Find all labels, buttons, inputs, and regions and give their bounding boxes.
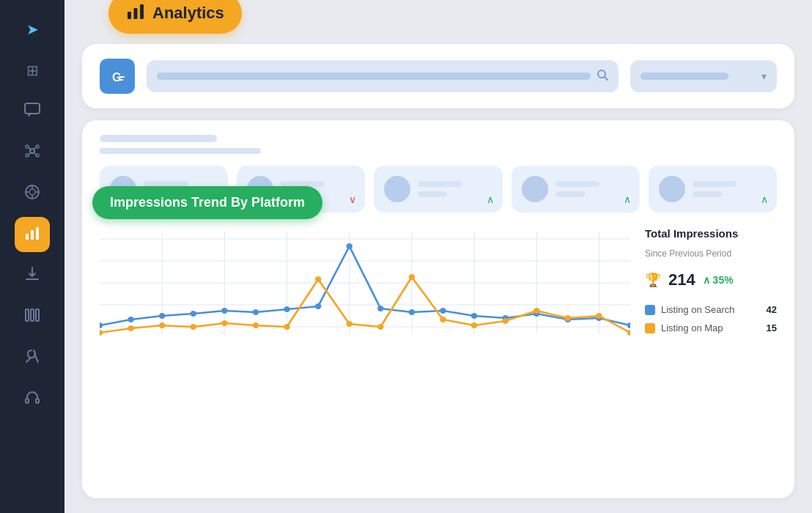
metric-lines-5	[693, 181, 767, 197]
listing-search-label: Listing on Search	[661, 304, 761, 315]
metric-line-5b	[693, 191, 722, 197]
metric-lines-4	[556, 181, 630, 197]
analytics-header-badge: Analytics	[108, 0, 242, 34]
sidebar-item-support[interactable]	[15, 176, 50, 211]
sidebar-item-headset[interactable]	[15, 381, 50, 416]
svg-point-65	[100, 330, 103, 336]
svg-point-11	[29, 189, 35, 195]
metric-line-5a	[693, 181, 737, 187]
svg-point-64	[627, 322, 630, 328]
sidebar-item-messages[interactable]	[15, 94, 50, 129]
sidebar-item-analytics[interactable]	[15, 217, 50, 252]
legend-listing-search: Listing on Search 42	[645, 304, 777, 315]
svg-point-57	[409, 309, 416, 315]
svg-line-8	[29, 152, 31, 155]
svg-point-72	[315, 276, 322, 282]
sidebar-item-connections[interactable]	[15, 135, 50, 170]
skeleton-line-2	[100, 148, 261, 154]
chart-title-badge: Impressions Trend By Platform	[92, 186, 322, 219]
svg-point-2	[26, 145, 29, 148]
svg-point-76	[440, 317, 446, 322]
svg-rect-31	[119, 79, 123, 81]
svg-line-33	[605, 77, 608, 80]
google-my-business-icon: G	[100, 59, 135, 94]
svg-point-51	[221, 308, 228, 314]
analytics-badge-label: Analytics	[152, 4, 224, 23]
tools-icon	[24, 348, 40, 368]
svg-point-49	[159, 313, 166, 319]
svg-point-55	[346, 243, 353, 249]
metric-line-4a	[556, 181, 599, 187]
dropdown-filter[interactable]: ▾	[630, 60, 777, 92]
svg-point-71	[284, 324, 290, 330]
sidebar: ➤ ⊞	[0, 0, 64, 513]
sidebar-item-tools[interactable]	[15, 340, 50, 375]
dropdown-placeholder	[641, 73, 728, 80]
svg-point-74	[377, 324, 384, 330]
svg-point-67	[159, 322, 166, 328]
legend-listing-map: Listing on Map 15	[645, 322, 777, 333]
search-placeholder	[157, 73, 591, 80]
svg-point-50	[191, 311, 197, 317]
chart-section: Impressions Trend By Platform	[100, 224, 777, 484]
svg-point-59	[471, 313, 478, 319]
navigation-icon: ➤	[26, 21, 39, 38]
svg-point-3	[36, 145, 39, 148]
listing-search-count: 42	[767, 304, 777, 315]
skeleton-line-1	[100, 135, 217, 142]
total-impressions-title: Total Impressions	[645, 227, 777, 240]
svg-point-79	[534, 308, 540, 314]
svg-rect-30	[119, 76, 125, 78]
svg-point-80	[565, 315, 572, 321]
legend-dot-orange	[645, 323, 655, 333]
chart-title-label: Impressions Trend By Platform	[110, 195, 305, 210]
svg-point-66	[128, 325, 134, 331]
chart-area	[100, 224, 630, 484]
svg-point-56	[377, 306, 384, 311]
svg-line-9	[34, 152, 36, 155]
stats-panel: Total Impressions Since Previous Period …	[645, 224, 777, 484]
svg-point-75	[409, 274, 416, 280]
svg-point-68	[191, 324, 197, 330]
svg-rect-25	[128, 12, 131, 19]
svg-rect-0	[25, 103, 40, 114]
messages-icon	[24, 103, 40, 121]
sidebar-item-library[interactable]	[15, 299, 50, 334]
svg-point-70	[253, 322, 259, 328]
headset-icon	[24, 389, 40, 409]
metric-line-3b	[418, 191, 447, 197]
svg-rect-21	[36, 309, 39, 321]
svg-rect-26	[134, 8, 138, 19]
svg-rect-18	[36, 227, 39, 240]
svg-line-22	[34, 354, 38, 362]
svg-point-5	[36, 154, 39, 157]
metric-lines-3	[418, 181, 492, 197]
search-input-wrap[interactable]	[147, 60, 619, 92]
metric-line-4b	[556, 191, 585, 197]
trophy-icon: 🏆	[645, 272, 661, 288]
svg-point-48	[128, 317, 134, 322]
search-icon	[597, 69, 608, 84]
svg-point-54	[315, 303, 322, 309]
svg-rect-20	[31, 309, 34, 321]
svg-line-6	[29, 147, 31, 150]
analytics-card: ∧ ∨ ∧	[82, 120, 794, 498]
listing-map-count: 15	[767, 322, 777, 333]
sidebar-item-navigation[interactable]: ➤	[15, 12, 50, 47]
metric-avatar-3	[384, 176, 410, 202]
metric-indicator-up-5: ∧	[761, 193, 768, 205]
analytics-icon	[24, 225, 40, 245]
library-icon	[24, 307, 40, 327]
svg-rect-17	[31, 230, 34, 240]
metric-avatar-5	[659, 176, 685, 202]
svg-line-7	[34, 147, 36, 150]
sidebar-item-download[interactable]	[15, 258, 50, 293]
svg-rect-24	[36, 399, 39, 403]
svg-point-69	[221, 320, 228, 326]
sidebar-item-dashboard[interactable]: ⊞	[15, 53, 50, 88]
metric-card-3: ∧	[374, 166, 502, 213]
svg-point-4	[26, 154, 29, 157]
analytics-badge-icon	[126, 1, 145, 25]
svg-point-77	[471, 322, 478, 328]
svg-rect-27	[140, 4, 144, 19]
